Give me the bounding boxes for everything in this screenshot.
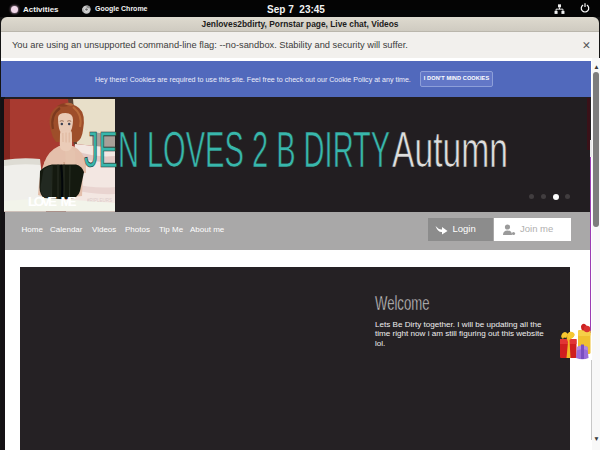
svg-text:#RIPLEURS: #RIPLEURS [87, 198, 112, 203]
svg-text:ME: ME [61, 194, 77, 209]
svg-text:LOVE: LOVE [28, 194, 57, 209]
